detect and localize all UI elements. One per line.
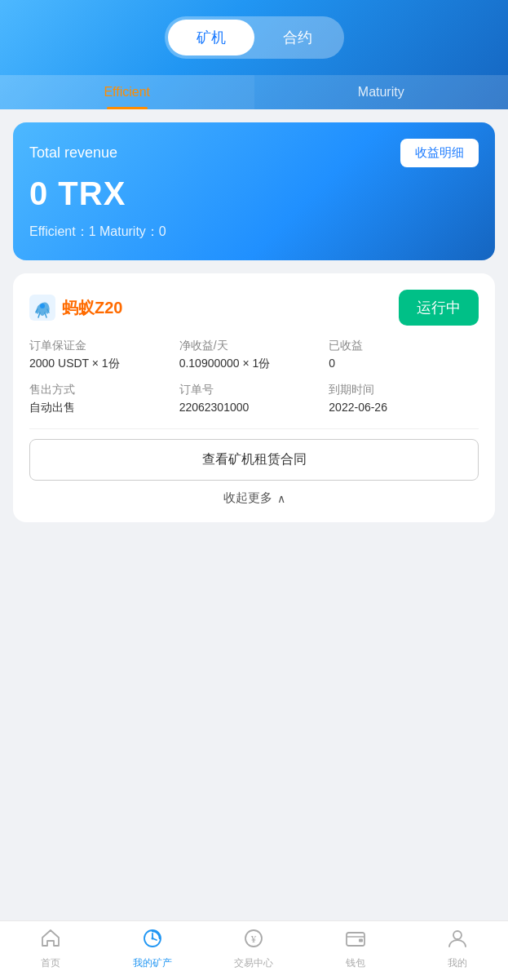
label-deposit: 订单保证金 xyxy=(29,339,179,353)
revenue-card: Total revenue 收益明细 0 TRX Efficient：1 Mat… xyxy=(13,122,495,260)
value-daily: 0.10900000 × 1份 xyxy=(179,357,329,371)
value-expire: 2022-06-26 xyxy=(329,401,479,414)
info-item-expire: 到期时间 2022-06-26 xyxy=(329,383,479,415)
nav-item-home[interactable]: 首页 xyxy=(0,928,102,970)
nav-label-mining: 我的矿产 xyxy=(133,956,172,970)
nav-label-profile: 我的 xyxy=(448,956,467,970)
header-area: 矿机 合约 Efficient Maturity xyxy=(0,0,508,109)
miner-header: 蚂蚁Z20 运行中 xyxy=(29,290,479,326)
revenue-card-top: Total revenue 收益明细 xyxy=(29,139,479,167)
label-daily: 净收益/天 xyxy=(179,339,329,353)
svg-point-8 xyxy=(453,931,462,939)
value-order-no: 22062301000 xyxy=(179,401,329,414)
nav-label-wallet: 钱包 xyxy=(346,956,365,970)
label-order-no: 订单号 xyxy=(179,383,329,397)
value-earned: 0 xyxy=(329,357,479,370)
svg-point-1 xyxy=(40,304,45,308)
label-expire: 到期时间 xyxy=(329,383,479,397)
info-item-earned: 已收益 0 xyxy=(329,339,479,371)
miner-name: 蚂蚁Z20 xyxy=(62,297,122,319)
toggle-miner-btn[interactable]: 矿机 xyxy=(168,20,254,55)
trade-icon: ¥ xyxy=(243,928,264,954)
revenue-amount: 0 TRX xyxy=(29,175,479,212)
nav-item-wallet[interactable]: 钱包 xyxy=(305,928,407,970)
tab-maturity[interactable]: Maturity xyxy=(254,75,509,109)
miner-icon xyxy=(29,295,55,321)
chevron-up-icon: ∧ xyxy=(277,492,285,505)
nav-label-trade: 交易中心 xyxy=(234,956,273,970)
wallet-icon xyxy=(345,928,366,954)
svg-point-3 xyxy=(151,938,153,940)
bottom-nav: 首页 我的矿产 ¥ 交易中心 xyxy=(0,920,508,980)
profile-icon xyxy=(447,928,468,954)
mining-icon xyxy=(142,928,163,954)
info-item-deposit: 订单保证金 2000 USDT × 1份 xyxy=(29,339,179,371)
nav-item-trade[interactable]: ¥ 交易中心 xyxy=(203,928,305,970)
info-item-order-no: 订单号 22062301000 xyxy=(179,383,329,415)
divider xyxy=(29,428,479,429)
collapse-row[interactable]: 收起更多 ∧ xyxy=(29,490,479,506)
status-badge: 运行中 xyxy=(399,290,479,326)
nav-item-profile[interactable]: 我的 xyxy=(406,928,508,970)
value-deposit: 2000 USDT × 1份 xyxy=(29,357,179,371)
revenue-title: Total revenue xyxy=(29,144,117,162)
value-sell-method: 自动出售 xyxy=(29,401,179,415)
info-grid: 订单保证金 2000 USDT × 1份 净收益/天 0.10900000 × … xyxy=(29,339,479,415)
label-earned: 已收益 xyxy=(329,339,479,353)
info-item-sell-method: 售出方式 自动出售 xyxy=(29,383,179,415)
toggle-container: 矿机 合约 xyxy=(165,16,344,59)
detail-btn[interactable]: 收益明细 xyxy=(400,139,479,167)
svg-text:¥: ¥ xyxy=(251,933,257,945)
main-content: Total revenue 收益明细 0 TRX Efficient：1 Mat… xyxy=(0,109,508,920)
view-contract-btn[interactable]: 查看矿机租赁合同 xyxy=(29,439,479,481)
nav-item-mining[interactable]: 我的矿产 xyxy=(102,928,204,970)
miner-card: 蚂蚁Z20 运行中 订单保证金 2000 USDT × 1份 净收益/天 0.1… xyxy=(13,273,495,522)
label-sell-method: 售出方式 xyxy=(29,383,179,397)
collapse-label: 收起更多 xyxy=(223,490,272,506)
sub-tabs: Efficient Maturity xyxy=(0,75,508,109)
toggle-contract-btn[interactable]: 合约 xyxy=(254,20,341,55)
svg-rect-7 xyxy=(359,939,363,942)
revenue-stats: Efficient：1 Maturity：0 xyxy=(29,224,479,241)
home-icon xyxy=(40,928,61,954)
miner-name-row: 蚂蚁Z20 xyxy=(29,295,122,321)
info-item-daily: 净收益/天 0.10900000 × 1份 xyxy=(179,339,329,371)
tab-efficient[interactable]: Efficient xyxy=(0,75,254,109)
nav-label-home: 首页 xyxy=(41,956,60,970)
